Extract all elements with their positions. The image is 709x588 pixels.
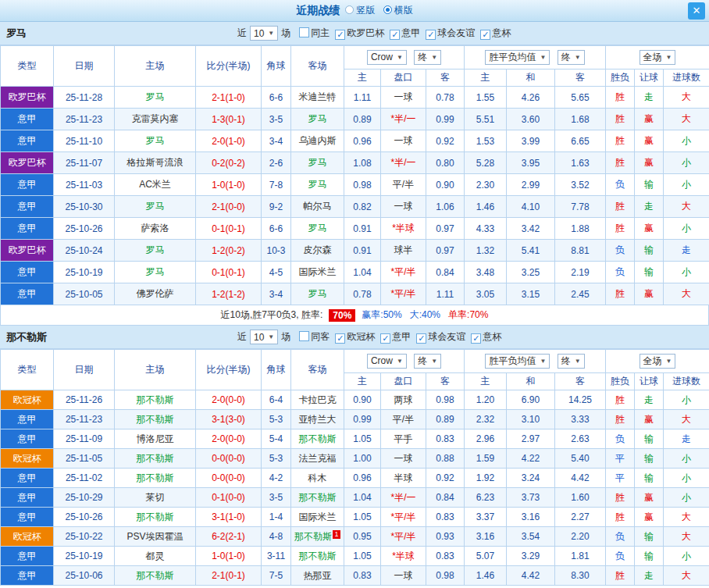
asia-home-odds: 0.89 — [344, 109, 381, 130]
team-name: 罗马 — [6, 27, 27, 41]
match-count-select[interactable]: 10▼ — [250, 330, 278, 344]
away-team: 法兰克福 — [291, 449, 344, 469]
match-date: 25-10-26 — [54, 218, 115, 240]
handicap-line: 平/半 — [381, 174, 426, 196]
team-section-header-roma: 罗马 近 10▼ 场 同主✓欧罗巴杯✓意甲✓球会友谊✓意杯 — [0, 22, 709, 45]
result-handicap: 输 — [635, 429, 664, 449]
col-type: 类型 — [1, 46, 54, 87]
result-goals: 大 — [664, 527, 709, 547]
europe-away-odds: 14.25 — [555, 390, 606, 410]
asia-away-odds: 1.11 — [426, 283, 465, 305]
scope-select[interactable]: 全场▼ — [640, 354, 676, 369]
home-team: 那不勒斯 — [115, 469, 196, 488]
result-goals: 小 — [664, 218, 709, 240]
europe-draw-odds: 4.22 — [507, 449, 555, 469]
col-result-wdl: 胜负 — [606, 373, 635, 390]
europe-odds-select[interactable]: 胜平负均值▼ — [485, 50, 550, 65]
asia-home-odds: 0.83 — [344, 566, 381, 586]
europe-away-odds: 1.81 — [555, 547, 606, 566]
europe-time-select[interactable]: 终▼ — [558, 50, 585, 65]
europe-home-odds: 1.59 — [465, 449, 507, 469]
match-date: 25-11-05 — [54, 449, 115, 469]
europe-away-odds: 7.78 — [555, 196, 606, 218]
filter-label: 欧罗巴杯 — [347, 27, 384, 38]
asia-home-odds: 1.05 — [344, 508, 381, 527]
away-team: 乌迪内斯 — [291, 130, 344, 152]
europe-home-odds: 6.23 — [465, 488, 507, 508]
match-score: 1-3(0-1) — [196, 109, 262, 130]
handicap-line: 一球 — [381, 566, 426, 586]
filter-checkbox-意甲[interactable]: ✓ — [380, 333, 390, 344]
match-score: 2-0(0-0) — [196, 429, 262, 449]
count-suffix: 场 — [281, 27, 290, 40]
match-row: 意甲25-11-03AC米兰1-0(1-0)7-8罗马0.98平/半0.902.… — [1, 174, 709, 196]
filter-checkbox-球会友谊[interactable]: ✓ — [426, 30, 436, 40]
europe-time-select[interactable]: 终▼ — [558, 354, 585, 369]
result-handicap: 输 — [635, 449, 664, 469]
filter-checkbox-意杯[interactable]: ✓ — [480, 30, 490, 40]
bookmaker-select[interactable]: Crow▼ — [367, 50, 407, 65]
europe-home-odds: 2.96 — [465, 429, 507, 449]
league-type-badge: 意甲 — [1, 488, 54, 508]
filter-checkbox-意杯[interactable]: ✓ — [471, 333, 481, 344]
match-date: 25-10-06 — [54, 566, 115, 586]
europe-draw-odds: 6.90 — [507, 390, 555, 410]
europe-draw-odds: 2.99 — [507, 174, 555, 196]
scope-select[interactable]: 全场▼ — [640, 50, 676, 65]
corner-score: 6-6 — [262, 218, 291, 240]
asia-home-odds: 0.91 — [344, 218, 381, 240]
filter-checkbox-意甲[interactable]: ✓ — [390, 30, 400, 40]
handicap-line: *半/一 — [381, 488, 426, 508]
home-team: 萨索洛 — [115, 218, 196, 240]
europe-away-odds: 2.45 — [555, 283, 606, 305]
result-wdl: 平 — [606, 449, 635, 469]
europe-odds-select[interactable]: 胜平负均值▼ — [485, 354, 550, 369]
match-date: 25-10-30 — [54, 196, 115, 218]
team-name: 那不勒斯 — [6, 330, 47, 344]
col-type: 类型 — [1, 350, 54, 390]
chevron-down-icon: ▼ — [397, 54, 403, 61]
col-corner: 角球 — [262, 46, 291, 87]
summary-stat: 赢率:50% — [362, 308, 401, 322]
result-handicap: 赢 — [635, 109, 664, 130]
away-team: 罗马 — [291, 283, 344, 305]
away-team: 亚特兰大 — [291, 410, 344, 429]
match-score: 1-0(1-0) — [196, 547, 262, 566]
corner-score: 5-3 — [262, 449, 291, 469]
result-goals: 走 — [664, 429, 709, 449]
asia-home-odds: 0.91 — [344, 240, 381, 262]
corner-score: 3-4 — [262, 283, 291, 305]
result-goals: 走 — [664, 240, 709, 262]
home-team: 罗马 — [115, 240, 196, 262]
col-away: 客场 — [291, 46, 344, 87]
result-handicap: 输 — [635, 240, 664, 262]
filter-checkbox-欧冠杯[interactable]: ✓ — [335, 333, 345, 344]
radio-vertical-label[interactable]: 竖版 — [356, 5, 375, 16]
away-team: 罗马 — [291, 218, 344, 240]
radio-vertical[interactable] — [345, 5, 354, 14]
league-type-badge: 意甲 — [1, 508, 54, 527]
bookmaker-select[interactable]: Crow▼ — [367, 354, 407, 369]
odds-time-select[interactable]: 终▼ — [414, 354, 441, 369]
filter-checkbox-欧罗巴杯[interactable]: ✓ — [335, 30, 345, 40]
match-date: 25-10-05 — [54, 283, 115, 305]
europe-home-odds: 1.20 — [465, 390, 507, 410]
asia-home-odds: 1.00 — [344, 449, 381, 469]
europe-home-odds: 1.32 — [465, 240, 507, 262]
filter-checkbox-同主[interactable] — [299, 27, 309, 37]
match-date: 25-11-26 — [54, 390, 115, 410]
radio-horizontal-label[interactable]: 横版 — [394, 5, 413, 16]
radio-horizontal[interactable] — [383, 5, 392, 14]
result-wdl: 负 — [606, 547, 635, 566]
col-asia-away: 客 — [426, 69, 465, 87]
filter-checkbox-球会友谊[interactable]: ✓ — [416, 333, 426, 344]
close-icon[interactable]: ✕ — [688, 2, 705, 20]
away-team: 那不勒斯 — [291, 429, 344, 449]
corner-score: 6-6 — [262, 87, 291, 109]
filter-checkboxes: 同客✓欧冠杯✓意甲✓球会友谊✓意杯 — [294, 330, 501, 344]
filter-checkbox-同客[interactable] — [299, 331, 309, 341]
league-type-badge: 意甲 — [1, 218, 54, 240]
result-handicap: 赢 — [635, 283, 664, 305]
match-count-select[interactable]: 10▼ — [250, 26, 278, 41]
odds-time-select[interactable]: 终▼ — [414, 50, 441, 65]
